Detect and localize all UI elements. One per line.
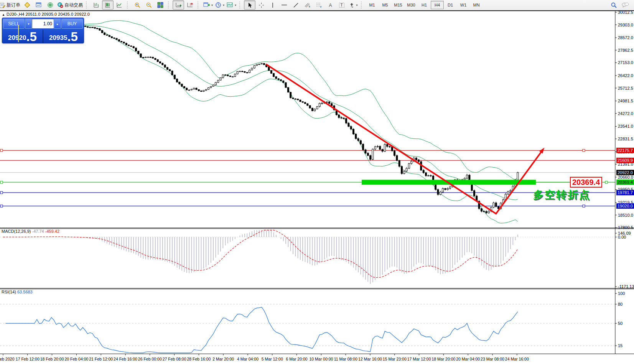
price-axis: 30012.529303.028572.027862.527153.026422… (615, 10, 634, 348)
svg-text:11 Mar 08:00: 11 Mar 08:00 (334, 357, 357, 361)
auto-scroll-button[interactable] (173, 0, 184, 10)
svg-text:50: 50 (618, 321, 622, 326)
chat-button[interactable] (619, 0, 631, 10)
crosshair-icon (259, 2, 264, 8)
buy-price-main: 20935 (49, 35, 67, 41)
svg-text:5 Mar 12:00: 5 Mar 12:00 (262, 357, 283, 361)
chart-canvas[interactable]: 30012.529303.028572.027862.527153.026422… (0, 0, 634, 364)
line-chart-mode-button[interactable] (114, 0, 125, 10)
crosshair-tool-button[interactable] (255, 0, 267, 10)
horizontal-line-icon (281, 2, 287, 8)
rsi-panel (5, 307, 518, 353)
timeframe-m5[interactable]: M5 (379, 1, 392, 9)
search-button[interactable] (608, 0, 619, 10)
candlestick-icon (105, 2, 111, 8)
svg-text:22175.7: 22175.7 (618, 148, 633, 153)
chat-icon (621, 2, 629, 8)
charts-button[interactable] (33, 0, 44, 10)
chart-ohlc-title: ▲DJ30-,H4 20511.0 20935.0 20435.0 20922.… (2, 12, 90, 16)
text-tool-button[interactable]: A (324, 0, 336, 10)
market-watch-button[interactable] (44, 0, 56, 10)
svg-text:100: 100 (618, 291, 625, 296)
chart-shift-icon (187, 2, 193, 8)
svg-text:18510.0: 18510.0 (618, 213, 633, 217)
sell-price-main: 20920 (8, 35, 26, 41)
dropdown-caret-icon: ▾ (211, 3, 213, 7)
svg-text:26422.0: 26422.0 (618, 73, 633, 78)
one-click-trade-panel: SELL ▼ 1.00 ▲ BUY 20920.5 20935.5 (2, 18, 84, 43)
trendline-tool-button[interactable] (290, 0, 301, 10)
text-icon: A (328, 2, 333, 8)
timeframe-h1[interactable]: H1 (418, 1, 431, 9)
candlestick-mode-button[interactable] (102, 0, 114, 10)
dropdown-caret-icon: ▾ (235, 3, 236, 7)
vertical-line-tool-button[interactable] (267, 0, 278, 10)
svg-text:28572.0: 28572.0 (618, 35, 633, 40)
channel-tool-button[interactable]: E (301, 0, 313, 10)
svg-text:21609.9: 21609.9 (618, 158, 633, 163)
svg-text:E: E (309, 5, 310, 8)
autotrade-button[interactable]: 自动交易 (56, 0, 84, 10)
svg-text:17 Mar 12:00: 17 Mar 12:00 (407, 357, 431, 361)
timeframe-m30[interactable]: M30 (405, 1, 418, 9)
svg-text:-1171.13: -1171.13 (618, 284, 634, 289)
bar-chart-mode-button[interactable] (91, 0, 102, 10)
equidistant-channel-icon: E (304, 2, 311, 8)
sell-button[interactable]: SELL (3, 19, 25, 29)
svg-text:27 Feb 08:00: 27 Feb 08:00 (163, 357, 186, 361)
svg-text:26 Feb 00:00: 26 Feb 00:00 (138, 357, 162, 361)
dropdown-caret-icon: ▾ (356, 3, 358, 7)
periods-button[interactable]: ▾ (214, 0, 226, 10)
tile-windows-icon (157, 2, 163, 8)
svg-text:0.00: 0.00 (618, 235, 626, 239)
zoom-in-button[interactable] (132, 0, 143, 10)
template-icon (227, 2, 233, 8)
fibonacci-tool-button[interactable]: F (313, 0, 324, 10)
support-price-label[interactable]: 20369.4 (570, 177, 602, 188)
text-label-tool-button[interactable]: T (336, 0, 347, 10)
collapse-arrow-icon[interactable]: ▲ (2, 13, 5, 16)
timeframe-h4[interactable]: H4 (431, 1, 444, 9)
timeframe-m1[interactable]: M1 (366, 1, 379, 9)
cursor-icon (247, 2, 252, 8)
pivot-annotation-text[interactable]: 多空转折点 (533, 188, 591, 202)
svg-text:T: T (341, 3, 343, 7)
arrows-tool-button[interactable]: ▾ (347, 0, 359, 10)
buy-price[interactable]: 20935.5 (43, 30, 84, 43)
zoom-out-icon (146, 2, 152, 8)
timeframe-d1[interactable]: D1 (444, 1, 457, 9)
tile-windows-button[interactable] (155, 0, 166, 10)
svg-text:A: A (329, 3, 332, 8)
toolbar-separator (86, 2, 89, 8)
chart-shift-button[interactable] (184, 0, 196, 10)
new-order-button[interactable]: 新订单 (0, 0, 21, 10)
arrow-shapes-icon (349, 2, 355, 8)
indicators-button[interactable] (21, 0, 33, 10)
new-chart-icon (203, 2, 210, 8)
svg-text:2 Mar 20:00: 2 Mar 20:00 (212, 357, 234, 361)
volume-increase-button[interactable]: ▲ (54, 19, 61, 29)
toolbar-separator (198, 2, 201, 8)
svg-text:14 Feb 2020: 14 Feb 2020 (0, 357, 15, 361)
new-order-icon (0, 2, 5, 8)
horizontal-line-tool-button[interactable] (278, 0, 290, 10)
volume-decrease-button[interactable]: ▼ (25, 19, 32, 29)
new-chart-button[interactable]: ▾ (202, 0, 214, 10)
toolbar-separator (361, 2, 364, 8)
chart-window-icon (36, 2, 42, 8)
volume-input[interactable]: 1.00 (32, 19, 54, 29)
zoom-out-button[interactable] (143, 0, 155, 10)
text-label-icon: T (339, 2, 345, 8)
timeframe-m15[interactable]: M15 (392, 1, 405, 9)
auto-scroll-icon (175, 2, 182, 8)
timeframe-w1[interactable]: W1 (457, 1, 470, 9)
svg-text:20660.0: 20660.0 (618, 175, 633, 180)
timeframe-mn[interactable]: MN (470, 1, 483, 9)
buy-button[interactable]: BUY (61, 19, 83, 29)
cursor-tool-button[interactable] (244, 0, 255, 10)
sell-price[interactable]: 20920.5 (2, 30, 43, 43)
templates-button[interactable]: ▾ (226, 0, 237, 10)
radar-icon (47, 2, 53, 8)
svg-text:19781.7: 19781.7 (618, 190, 633, 195)
svg-text:20 Feb 04:00: 20 Feb 04:00 (64, 357, 88, 361)
